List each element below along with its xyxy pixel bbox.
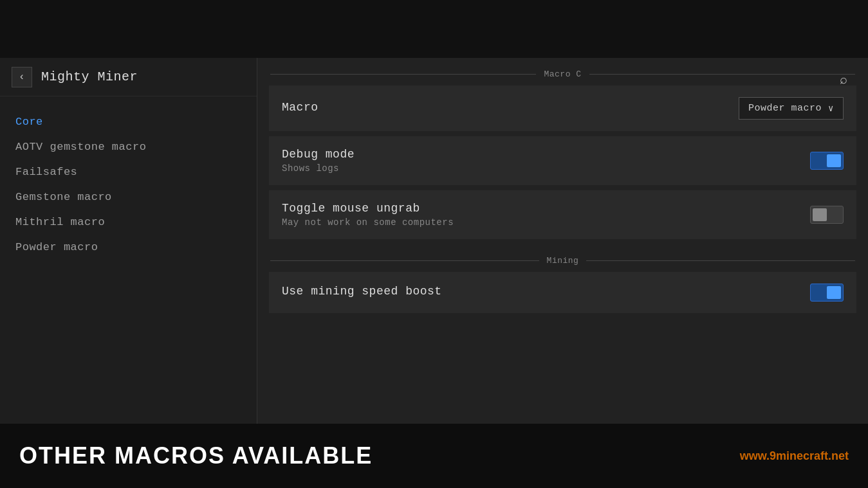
search-button[interactable]: ⌕	[832, 68, 855, 91]
toggle-knob-debug	[827, 154, 841, 167]
section-divider-macro-c: Macro C	[257, 58, 868, 86]
mining-speed-toggle[interactable]	[810, 284, 844, 302]
watermark: www.9minecraft.net	[740, 449, 849, 463]
sidebar-item-powder[interactable]: Powder macro	[0, 235, 257, 260]
bottom-banner: OTHER MACROS AVAILABLE www.9minecraft.ne…	[0, 424, 868, 488]
setting-info-debug: Debug mode Shows logs	[282, 148, 810, 174]
setting-row-debug-mode: Debug mode Shows logs	[269, 136, 856, 185]
sidebar-header: ‹ Mighty Miner	[0, 58, 257, 96]
setting-info-macro: Macro	[282, 101, 739, 116]
mouse-ungrab-toggle[interactable]	[810, 206, 844, 224]
setting-row-mining-speed: Use mining speed boost	[269, 272, 856, 313]
chevron-down-icon: ∨	[828, 103, 834, 114]
section-divider-mining: Mining	[257, 244, 868, 272]
setting-title-mouse-ungrab: Toggle mouse ungrab	[282, 202, 810, 215]
setting-info-mouse-ungrab: Toggle mouse ungrab May not work on some…	[282, 202, 810, 228]
sidebar-item-mithril[interactable]: Mithril macro	[0, 210, 257, 235]
setting-title-macro: Macro	[282, 101, 739, 114]
content-area: ⌕ Macro C Macro Powder macro ∨ Debug mod…	[257, 58, 868, 424]
dropdown-container-macro: Powder macro ∨	[739, 97, 844, 120]
sidebar-nav: Core AOTV gemstone macro Failsafes Gemst…	[0, 96, 257, 424]
sidebar-item-gemstone[interactable]: Gemstone macro	[0, 185, 257, 210]
sidebar-item-aotv[interactable]: AOTV gemstone macro	[0, 134, 257, 159]
debug-mode-toggle[interactable]	[810, 152, 844, 170]
sidebar-item-failsafes[interactable]: Failsafes	[0, 159, 257, 185]
banner-text: OTHER MACROS AVAILABLE	[19, 442, 373, 469]
back-button[interactable]: ‹	[12, 67, 32, 87]
setting-row-macro: Macro Powder macro ∨	[269, 86, 856, 131]
main-container: ‹ Mighty Miner Core AOTV gemstone macro …	[0, 58, 868, 424]
sidebar: ‹ Mighty Miner Core AOTV gemstone macro …	[0, 58, 257, 424]
setting-desc-mouse-ungrab: May not work on some computers	[282, 217, 810, 228]
setting-info-mining-speed: Use mining speed boost	[282, 285, 810, 300]
setting-row-mouse-ungrab: Toggle mouse ungrab May not work on some…	[269, 190, 856, 239]
setting-desc-debug: Shows logs	[282, 163, 810, 174]
toggle-knob-mouse-ungrab	[813, 208, 827, 221]
macro-dropdown[interactable]: Powder macro ∨	[739, 97, 844, 120]
setting-title-mining-speed: Use mining speed boost	[282, 285, 810, 298]
search-icon: ⌕	[840, 72, 847, 87]
sidebar-title: Mighty Miner	[41, 69, 138, 84]
toggle-knob-mining-speed	[827, 286, 841, 299]
setting-title-debug: Debug mode	[282, 148, 810, 161]
sidebar-item-core[interactable]: Core	[0, 109, 257, 134]
macro-dropdown-value: Powder macro	[748, 103, 822, 114]
top-bar	[0, 0, 868, 58]
